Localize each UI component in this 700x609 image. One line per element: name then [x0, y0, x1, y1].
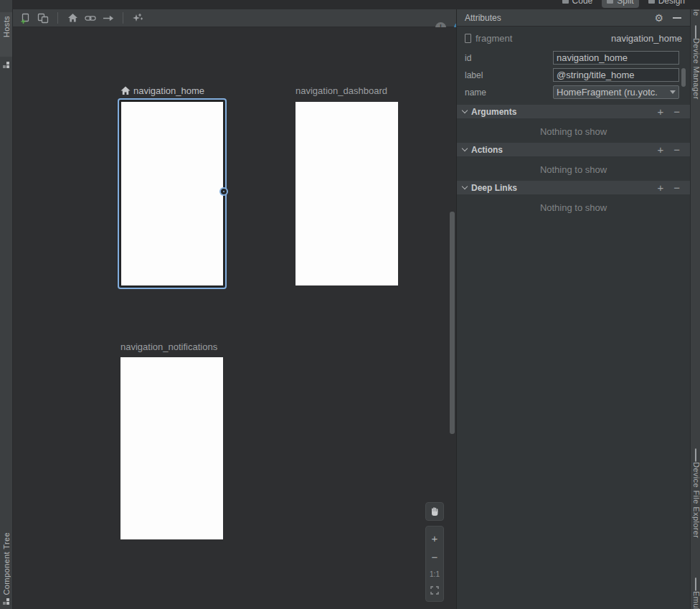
- fragment-label-navigation-dashboard[interactable]: navigation_dashboard: [295, 85, 387, 96]
- tool-tab-component-tree[interactable]: Component Tree: [2, 532, 11, 595]
- hand-icon: [430, 506, 440, 516]
- attributes-panel: Attributes ⚙ fragment navigation_home id…: [457, 9, 690, 609]
- tab-design-label: Design: [658, 0, 685, 6]
- tab-split[interactable]: Split: [602, 0, 638, 8]
- arguments-empty-text: Nothing to show: [457, 126, 690, 137]
- attributes-panel-header: Attributes ⚙: [457, 9, 690, 27]
- gear-icon[interactable]: ⚙: [654, 13, 663, 23]
- deep-links-section-title: Deep Links: [471, 183, 517, 193]
- component-type: fragment: [476, 33, 512, 44]
- zoom-in-button[interactable]: +: [432, 533, 438, 544]
- fragment-preview-navigation-home[interactable]: [118, 98, 227, 289]
- zoom-to-fit-icon[interactable]: [430, 586, 439, 595]
- remove-deep-link-button[interactable]: −: [673, 182, 680, 193]
- arguments-section-title: Arguments: [471, 107, 516, 117]
- auto-arrange-icon[interactable]: [132, 12, 143, 24]
- actions-empty-text: Nothing to show: [457, 164, 690, 175]
- label-field[interactable]: [553, 68, 679, 82]
- nested-graph-icon[interactable]: [37, 12, 49, 24]
- attributes-scrollbar[interactable]: [681, 68, 686, 87]
- zoom-controls: + − 1:1: [425, 526, 444, 602]
- right-tool-dock: Gradle Device Manager Device File Explor…: [690, 0, 700, 609]
- label-field-label: label: [465, 70, 483, 80]
- field-row-label: label: [465, 68, 682, 82]
- fragment-screen-preview: [121, 102, 223, 285]
- split-icon: [607, 0, 613, 4]
- tab-split-label: Split: [617, 0, 633, 6]
- device-file-explorer-icon[interactable]: [691, 449, 700, 462]
- hosts-tool-icon[interactable]: [3, 62, 10, 69]
- section-header-actions[interactable]: Actions + −: [457, 143, 690, 156]
- zoom-ratio-button[interactable]: 1:1: [430, 570, 440, 578]
- id-field[interactable]: [553, 51, 679, 65]
- fragment-preview-navigation-dashboard[interactable]: [295, 102, 398, 285]
- name-combobox-value: HomeFragment (ru.yotc.: [557, 87, 668, 98]
- code-icon: [562, 0, 569, 4]
- hide-panel-icon[interactable]: [673, 17, 681, 19]
- fragment-icon: [465, 34, 471, 43]
- action-arrow-icon[interactable]: [103, 12, 114, 24]
- tab-code[interactable]: Code: [557, 0, 598, 8]
- remove-argument-button[interactable]: −: [673, 106, 680, 117]
- deep-links-empty-text: Nothing to show: [457, 202, 690, 213]
- section-header-deep-links[interactable]: Deep Links + −: [457, 181, 690, 194]
- component-summary-row: fragment navigation_home: [465, 32, 682, 44]
- device-manager-icon[interactable]: [691, 26, 700, 39]
- left-tool-dock: Hosts Component Tree: [0, 0, 13, 609]
- tool-tab-hosts[interactable]: Hosts: [2, 16, 11, 37]
- tool-tab-emulator[interactable]: Emulator: [692, 591, 700, 609]
- deeplink-icon[interactable]: [85, 12, 96, 24]
- action-connection-handle[interactable]: [221, 189, 227, 194]
- design-icon: [648, 0, 655, 4]
- actions-section-title: Actions: [471, 145, 503, 155]
- toolbar-separator: [123, 12, 123, 24]
- attributes-title: Attributes: [465, 13, 501, 23]
- canvas-vertical-scrollbar[interactable]: [450, 212, 455, 434]
- fragment-preview-navigation-notifications[interactable]: [120, 357, 223, 539]
- section-header-arguments[interactable]: Arguments + −: [457, 105, 690, 118]
- zoom-out-button[interactable]: −: [432, 552, 438, 562]
- chevron-down-icon: [462, 184, 468, 189]
- component-id: navigation_home: [611, 33, 682, 44]
- add-action-button[interactable]: +: [657, 144, 663, 155]
- id-field-label: id: [465, 53, 471, 63]
- add-deep-link-button[interactable]: +: [657, 182, 663, 193]
- tab-design[interactable]: Design: [643, 0, 690, 8]
- fragment-label-navigation-home[interactable]: navigation_home: [133, 85, 204, 96]
- navigation-graph-canvas[interactable]: navigation_home navigation_dashboard nav…: [13, 27, 456, 609]
- assign-start-icon[interactable]: [67, 12, 78, 24]
- remove-action-button[interactable]: −: [673, 144, 680, 155]
- name-combobox[interactable]: HomeFragment (ru.yotc.: [553, 85, 679, 99]
- fragment-label-navigation-notifications[interactable]: navigation_notifications: [120, 341, 217, 352]
- field-row-id: id: [465, 51, 682, 65]
- emulator-icon[interactable]: [691, 578, 700, 591]
- field-row-name: name HomeFragment (ru.yotc.: [465, 85, 682, 99]
- editor-mode-tabs: Code Split Design: [557, 0, 690, 9]
- tool-tab-device-file-explorer[interactable]: Device File Explorer: [692, 462, 700, 538]
- editor-top-strip: Code Split Design: [13, 0, 700, 9]
- component-tree-tool-icon[interactable]: [3, 598, 10, 605]
- nav-editor-toolbar: ! ?: [13, 9, 456, 27]
- tool-tab-device-manager[interactable]: Device Manager: [692, 38, 700, 100]
- chevron-down-icon: [462, 108, 468, 113]
- chevron-down-icon: [462, 146, 468, 151]
- chevron-down-icon: [670, 90, 676, 94]
- new-destination-icon[interactable]: [19, 12, 31, 24]
- pan-tool-button[interactable]: [425, 502, 444, 521]
- start-destination-home-icon: [120, 86, 131, 95]
- add-argument-button[interactable]: +: [657, 106, 663, 117]
- toolbar-separator: [57, 12, 58, 24]
- name-field-label: name: [465, 88, 486, 98]
- tab-code-label: Code: [572, 0, 593, 6]
